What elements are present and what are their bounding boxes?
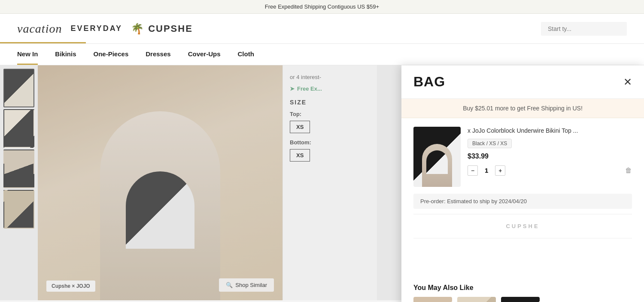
cart-item-image: [413, 127, 461, 187]
header-gold-accent: [0, 42, 86, 43]
cart-item-variant: Black / XS / XS: [468, 139, 512, 148]
palm-icon: 🌴: [131, 23, 145, 35]
header: vacation EVERYDAY 🌴 CUPSHE: [0, 14, 644, 44]
nav-item-bikinis[interactable]: Bikinis: [55, 44, 76, 65]
top-banner: Free Expedited Shipping Contiguous US $5…: [0, 0, 644, 14]
header-logos: vacation EVERYDAY 🌴 CUPSHE: [17, 22, 541, 36]
like-item-1[interactable]: [413, 297, 452, 302]
cart-items-section: x JoJo Colorblock Underwire Bikini Top .…: [401, 118, 644, 284]
nav-item-cloth[interactable]: Cloth: [238, 44, 254, 65]
cart-divider: [413, 214, 632, 214]
you-may-also-like-section: You May Also Like: [401, 284, 644, 302]
main-content: Cupshe × JOJO 🔍 Shop Similar or 4 intere…: [0, 65, 644, 300]
nav-item-new-in[interactable]: New In: [17, 44, 38, 65]
logo-everyday[interactable]: EVERYDAY: [70, 24, 122, 33]
cart-item-price: $33.99: [468, 153, 632, 160]
main-nav: New In Bikinis One-Pieces Dresses Cover-…: [0, 44, 644, 65]
cart-item-name: x JoJo Colorblock Underwire Bikini Top .…: [468, 127, 632, 135]
delete-item-button[interactable]: 🗑: [625, 167, 632, 174]
cart-item: x JoJo Colorblock Underwire Bikini Top .…: [413, 127, 632, 187]
nav-item-cover-ups[interactable]: Cover-Ups: [188, 44, 221, 65]
you-may-like-title: You May Also Like: [413, 284, 632, 292]
cart-item-quantity: − 1 + 🗑: [468, 165, 632, 176]
like-item-3[interactable]: [501, 297, 540, 302]
quantity-increase-button[interactable]: +: [495, 165, 505, 176]
banner-text: Free Expedited Shipping Contiguous US $5…: [265, 3, 379, 10]
you-may-like-items: [413, 297, 632, 302]
logo-vacation[interactable]: vacation: [17, 22, 62, 36]
nav-item-one-pieces[interactable]: One-Pieces: [94, 44, 129, 65]
cart-brand-label: CUPSHE: [413, 220, 632, 233]
cart-shipping-banner: Buy $25.01 more to get Free Shipping in …: [401, 99, 644, 118]
cupshe-text: CUPSHE: [148, 23, 193, 34]
preorder-notice: Pre-order: Estimated to ship by 2024/04/…: [413, 194, 632, 209]
search-input[interactable]: [541, 22, 627, 36]
cart-header: BAG ✕: [401, 65, 644, 99]
quantity-value: 1: [485, 167, 488, 174]
logo-cupshe[interactable]: 🌴 CUPSHE: [131, 23, 193, 35]
cart-item-details: x JoJo Colorblock Underwire Bikini Top .…: [468, 127, 632, 187]
nav-item-dresses[interactable]: Dresses: [146, 44, 170, 65]
cart-divider-2: [413, 238, 632, 238]
quantity-decrease-button[interactable]: −: [468, 165, 478, 176]
cart-sidebar: BAG ✕ Buy $25.01 more to get Free Shippi…: [401, 65, 644, 302]
cart-background-overlay: [0, 65, 401, 300]
preorder-text: Pre-order: Estimated to ship by 2024/04/…: [420, 198, 527, 204]
cart-title: BAG: [413, 74, 445, 90]
cart-close-button[interactable]: ✕: [623, 76, 632, 88]
like-item-2[interactable]: [457, 297, 496, 302]
